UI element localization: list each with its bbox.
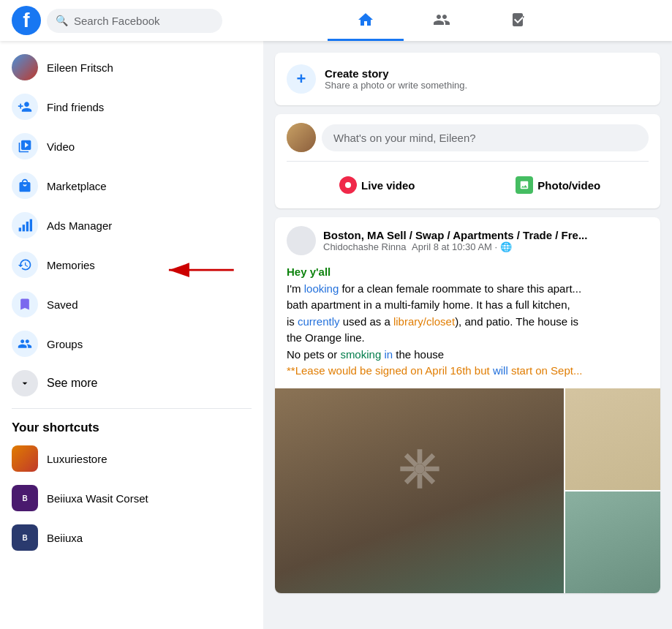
tab-home[interactable] bbox=[328, 0, 404, 41]
composer-placeholder: What's on your mind, Eileen? bbox=[333, 132, 476, 144]
beiiuxa-wasit-avatar: B bbox=[12, 485, 38, 511]
post-author: Chidochashe Rinna April 8 at 10:30 AM · … bbox=[323, 241, 587, 252]
post-body: Hey y'all I'm looking for a clean female… bbox=[275, 264, 660, 388]
sidebar-item-user[interactable]: Eileen Fritsch bbox=[6, 48, 257, 86]
search-icon: 🔍 bbox=[56, 15, 68, 26]
marketplace-icon bbox=[12, 173, 38, 199]
app-header: f 🔍 Search Facebook bbox=[0, 0, 672, 41]
post-image-side bbox=[565, 388, 660, 593]
see-more-icon bbox=[12, 370, 38, 396]
sidebar-item-marketplace[interactable]: Marketplace bbox=[6, 167, 257, 205]
luxuriestore-label: Luxuriestore bbox=[47, 453, 107, 465]
memories-icon bbox=[12, 252, 38, 278]
beiiuxa-label: Beiiuxa bbox=[47, 532, 83, 544]
search-bar[interactable]: 🔍 Search Facebook bbox=[47, 9, 222, 33]
live-video-label: Live video bbox=[361, 179, 415, 192]
tab-watch[interactable] bbox=[480, 0, 556, 41]
ads-manager-label: Ads Manager bbox=[47, 219, 112, 232]
create-story-plus: + bbox=[287, 64, 316, 94]
see-more-label: See more bbox=[47, 377, 97, 390]
saved-icon bbox=[12, 291, 38, 317]
user-avatar bbox=[12, 54, 38, 80]
sidebar-item-memories[interactable]: Memories bbox=[6, 246, 257, 284]
post-image-side-top bbox=[565, 388, 660, 490]
sidebar-item-find-friends[interactable]: Find friends bbox=[6, 88, 257, 126]
shortcut-luxuriestore[interactable]: Luxuriestore bbox=[6, 440, 257, 478]
saved-label: Saved bbox=[47, 298, 78, 311]
find-friends-icon bbox=[12, 94, 38, 120]
page-layout: Eileen Fritsch Find friends Video Market… bbox=[0, 41, 672, 629]
composer-input[interactable]: What's on your mind, Eileen? bbox=[322, 124, 649, 151]
svg-rect-4 bbox=[26, 222, 29, 231]
sidebar-item-ads-manager[interactable]: Ads Manager bbox=[6, 206, 257, 244]
post-image-side-bot bbox=[565, 491, 660, 593]
photo-video-icon bbox=[516, 176, 533, 194]
svg-rect-5 bbox=[30, 219, 32, 232]
live-video-icon bbox=[339, 176, 357, 194]
main-content: + Create story Share a photo or write so… bbox=[263, 41, 672, 629]
post-card: Boston, MA Sell / Swap / Apartments / Tr… bbox=[275, 217, 660, 593]
search-placeholder: Search Facebook bbox=[74, 15, 160, 27]
svg-rect-2 bbox=[19, 227, 21, 231]
shortcut-beiiuxa[interactable]: B Beiiuxa bbox=[6, 519, 257, 557]
video-label: Video bbox=[47, 140, 75, 153]
photo-video-label: Photo/video bbox=[537, 179, 600, 192]
post-images bbox=[275, 388, 660, 593]
post-image-main bbox=[275, 388, 564, 593]
memories-label: Memories bbox=[47, 259, 95, 271]
svg-rect-3 bbox=[23, 225, 25, 231]
shortcut-beiiuxa-wasit[interactable]: B Beiiuxa Wasit Corset bbox=[6, 479, 257, 517]
sidebar-item-saved[interactable]: Saved bbox=[6, 285, 257, 323]
facebook-logo[interactable]: f bbox=[12, 6, 41, 35]
find-friends-label: Find friends bbox=[47, 101, 104, 113]
sidebar-item-groups[interactable]: Groups bbox=[6, 325, 257, 363]
sidebar-item-see-more[interactable]: See more bbox=[6, 364, 257, 402]
groups-icon bbox=[12, 331, 38, 357]
groups-label: Groups bbox=[47, 338, 83, 350]
beiiuxa-wasit-label: Beiiuxa Wasit Corset bbox=[47, 492, 148, 505]
live-video-button[interactable]: Live video bbox=[287, 170, 468, 200]
create-story-subtitle: Share a photo or write something. bbox=[325, 80, 467, 91]
video-icon bbox=[12, 133, 38, 159]
svg-point-6 bbox=[415, 464, 424, 473]
marketplace-label: Marketplace bbox=[47, 180, 107, 192]
post-group: Boston, MA Sell / Swap / Apartments / Tr… bbox=[323, 229, 587, 241]
header-nav bbox=[222, 0, 660, 41]
photo-video-button[interactable]: Photo/video bbox=[468, 170, 649, 200]
post-composer: What's on your mind, Eileen? Live video … bbox=[275, 114, 660, 208]
beiiuxa-avatar: B bbox=[12, 524, 38, 551]
luxuriestore-avatar bbox=[12, 445, 38, 472]
sidebar-user-name: Eileen Fritsch bbox=[47, 61, 113, 74]
sidebar-divider bbox=[12, 408, 252, 409]
sidebar-item-video[interactable]: Video bbox=[6, 127, 257, 165]
composer-avatar bbox=[287, 123, 316, 152]
create-story-title: Create story bbox=[325, 67, 467, 80]
shortcuts-title: Your shortcuts bbox=[0, 415, 263, 438]
post-avatar bbox=[287, 226, 316, 255]
create-story-card[interactable]: + Create story Share a photo or write so… bbox=[275, 53, 660, 105]
tab-friends[interactable] bbox=[404, 0, 480, 41]
sidebar: Eileen Fritsch Find friends Video Market… bbox=[0, 41, 263, 629]
ads-manager-icon bbox=[12, 212, 38, 238]
